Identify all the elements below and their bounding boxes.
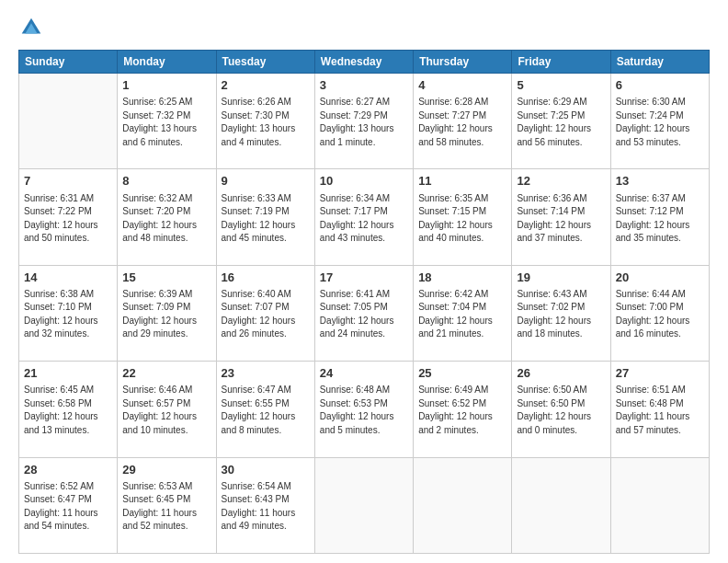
calendar-body: 1Sunrise: 6:25 AMSunset: 7:32 PMDaylight… [19,74,710,554]
day-number: 10 [320,173,408,190]
calendar-week-row: 14Sunrise: 6:38 AMSunset: 7:10 PMDayligh… [19,265,710,361]
calendar-cell: 22Sunrise: 6:46 AMSunset: 6:57 PMDayligh… [118,362,216,457]
day-number: 29 [122,462,210,478]
calendar-cell: 3Sunrise: 6:27 AMSunset: 7:29 PMDaylight… [314,74,413,169]
day-info: Sunrise: 6:35 AMSunset: 7:15 PMDaylight:… [418,192,506,246]
day-number: 2 [222,77,310,94]
day-number: 9 [222,173,310,190]
day-info: Sunrise: 6:54 AMSunset: 6:43 PMDaylight:… [222,480,310,534]
calendar-cell: 13Sunrise: 6:37 AMSunset: 7:12 PMDayligh… [610,169,709,265]
calendar-cell: 26Sunrise: 6:50 AMSunset: 6:50 PMDayligh… [512,362,610,457]
calendar-cell: 5Sunrise: 6:29 AMSunset: 7:25 PMDaylight… [512,74,610,169]
day-info: Sunrise: 6:52 AMSunset: 6:47 PMDaylight:… [24,480,112,534]
day-info: Sunrise: 6:32 AMSunset: 7:20 PMDaylight:… [122,192,210,246]
day-number: 16 [222,270,310,286]
day-number: 19 [517,270,605,286]
logo-icon [18,15,44,40]
day-number: 24 [320,365,408,382]
day-number: 15 [122,270,210,286]
calendar-cell: 16Sunrise: 6:40 AMSunset: 7:07 PMDayligh… [216,265,314,361]
calendar-cell: 7Sunrise: 6:31 AMSunset: 7:22 PMDaylight… [19,169,118,265]
day-number: 6 [616,77,704,94]
day-number: 1 [122,77,210,94]
calendar-cell: 20Sunrise: 6:44 AMSunset: 7:00 PMDayligh… [610,265,709,361]
calendar-cell: 4Sunrise: 6:28 AMSunset: 7:27 PMDaylight… [414,74,512,169]
day-number: 18 [418,270,506,286]
day-info: Sunrise: 6:49 AMSunset: 6:52 PMDaylight:… [418,384,506,437]
day-number: 8 [122,173,210,190]
day-info: Sunrise: 6:51 AMSunset: 6:48 PMDaylight:… [616,384,704,437]
calendar-cell: 24Sunrise: 6:48 AMSunset: 6:53 PMDayligh… [314,362,413,457]
day-info: Sunrise: 6:42 AMSunset: 7:04 PMDaylight:… [418,288,506,341]
day-number: 4 [418,77,506,94]
day-info: Sunrise: 6:53 AMSunset: 6:45 PMDaylight:… [122,480,210,534]
day-info: Sunrise: 6:39 AMSunset: 7:09 PMDaylight:… [122,288,210,341]
day-number: 23 [222,365,310,382]
day-info: Sunrise: 6:28 AMSunset: 7:27 PMDaylight:… [418,96,506,149]
header-day: Thursday [414,51,512,74]
calendar-table: SundayMondayTuesdayWednesdayThursdayFrid… [18,50,710,554]
day-number: 30 [222,462,310,478]
day-number: 11 [418,173,506,190]
day-info: Sunrise: 6:34 AMSunset: 7:17 PMDaylight:… [320,192,408,246]
calendar-cell: 15Sunrise: 6:39 AMSunset: 7:09 PMDayligh… [118,265,216,361]
header-day: Saturday [610,51,709,74]
calendar-cell: 27Sunrise: 6:51 AMSunset: 6:48 PMDayligh… [610,362,709,457]
day-number: 21 [24,365,112,382]
calendar-cell: 17Sunrise: 6:41 AMSunset: 7:05 PMDayligh… [314,265,413,361]
day-number: 12 [517,173,605,190]
day-number: 5 [517,77,605,94]
day-number: 27 [616,365,704,382]
header-row: SundayMondayTuesdayWednesdayThursdayFrid… [19,51,710,74]
calendar-week-row: 28Sunrise: 6:52 AMSunset: 6:47 PMDayligh… [19,457,710,553]
day-info: Sunrise: 6:44 AMSunset: 7:00 PMDaylight:… [616,288,704,341]
day-info: Sunrise: 6:45 AMSunset: 6:58 PMDaylight:… [24,384,112,437]
day-info: Sunrise: 6:29 AMSunset: 7:25 PMDaylight:… [517,96,605,149]
day-info: Sunrise: 6:27 AMSunset: 7:29 PMDaylight:… [320,96,408,149]
day-number: 13 [616,173,704,190]
calendar-cell: 19Sunrise: 6:43 AMSunset: 7:02 PMDayligh… [512,265,610,361]
day-number: 3 [320,77,408,94]
day-number: 28 [24,462,112,478]
day-info: Sunrise: 6:46 AMSunset: 6:57 PMDaylight:… [122,384,210,437]
day-number: 7 [24,173,112,190]
day-number: 20 [616,270,704,286]
day-number: 26 [517,365,605,382]
calendar-header: SundayMondayTuesdayWednesdayThursdayFrid… [19,51,710,74]
calendar-cell: 12Sunrise: 6:36 AMSunset: 7:14 PMDayligh… [512,169,610,265]
header-day: Wednesday [314,51,413,74]
day-info: Sunrise: 6:40 AMSunset: 7:07 PMDaylight:… [222,288,310,341]
calendar-week-row: 7Sunrise: 6:31 AMSunset: 7:22 PMDaylight… [19,169,710,265]
page: SundayMondayTuesdayWednesdayThursdayFrid… [0,0,728,563]
calendar-cell: 10Sunrise: 6:34 AMSunset: 7:17 PMDayligh… [314,169,413,265]
header-day: Friday [512,51,610,74]
day-info: Sunrise: 6:43 AMSunset: 7:02 PMDaylight:… [517,288,605,341]
header-day: Monday [118,51,216,74]
day-info: Sunrise: 6:25 AMSunset: 7:32 PMDaylight:… [122,96,210,149]
calendar-cell: 28Sunrise: 6:52 AMSunset: 6:47 PMDayligh… [19,457,118,553]
calendar-cell: 8Sunrise: 6:32 AMSunset: 7:20 PMDaylight… [118,169,216,265]
header [18,15,710,40]
calendar-cell [414,457,512,553]
day-info: Sunrise: 6:36 AMSunset: 7:14 PMDaylight:… [517,192,605,246]
calendar-cell: 18Sunrise: 6:42 AMSunset: 7:04 PMDayligh… [414,265,512,361]
logo [18,15,48,40]
day-info: Sunrise: 6:47 AMSunset: 6:55 PMDaylight:… [222,384,310,437]
day-number: 22 [122,365,210,382]
day-info: Sunrise: 6:50 AMSunset: 6:50 PMDaylight:… [517,384,605,437]
header-day: Tuesday [216,51,314,74]
day-info: Sunrise: 6:33 AMSunset: 7:19 PMDaylight:… [222,192,310,246]
day-info: Sunrise: 6:26 AMSunset: 7:30 PMDaylight:… [222,96,310,149]
calendar-cell: 9Sunrise: 6:33 AMSunset: 7:19 PMDaylight… [216,169,314,265]
calendar-cell [19,74,118,169]
calendar-cell: 30Sunrise: 6:54 AMSunset: 6:43 PMDayligh… [216,457,314,553]
calendar-cell [314,457,413,553]
calendar-cell: 1Sunrise: 6:25 AMSunset: 7:32 PMDaylight… [118,74,216,169]
day-info: Sunrise: 6:38 AMSunset: 7:10 PMDaylight:… [24,288,112,341]
day-info: Sunrise: 6:31 AMSunset: 7:22 PMDaylight:… [24,192,112,246]
day-info: Sunrise: 6:30 AMSunset: 7:24 PMDaylight:… [616,96,704,149]
calendar-cell: 21Sunrise: 6:45 AMSunset: 6:58 PMDayligh… [19,362,118,457]
calendar-cell: 11Sunrise: 6:35 AMSunset: 7:15 PMDayligh… [414,169,512,265]
day-number: 17 [320,270,408,286]
calendar-cell: 25Sunrise: 6:49 AMSunset: 6:52 PMDayligh… [414,362,512,457]
